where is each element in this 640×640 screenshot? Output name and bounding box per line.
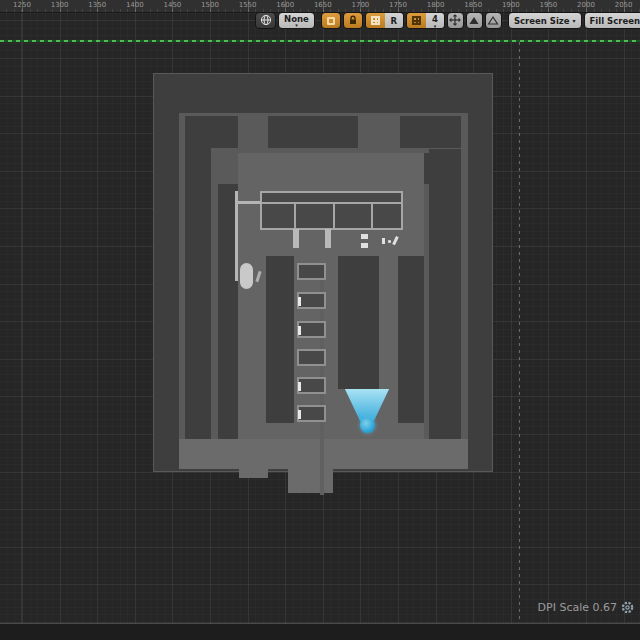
map-pole-connector — [238, 201, 261, 204]
ruler-label: 1500 — [201, 1, 219, 9]
grid-icon — [412, 16, 421, 25]
map-item-mark — [361, 243, 368, 248]
mountain-outline-icon — [487, 11, 499, 30]
ruler-label: 1300 — [51, 1, 69, 9]
square-outline-icon — [327, 17, 335, 25]
ruler-label: 1700 — [351, 1, 369, 9]
map-shelf-column-c — [398, 256, 424, 423]
map-shelf-column-b — [338, 256, 379, 389]
map-left-wall-corner — [211, 153, 238, 184]
grid-snap-label: R — [391, 16, 398, 26]
map-counter-leg — [293, 229, 299, 248]
map-item-mark — [388, 240, 391, 243]
grid-icon — [371, 16, 380, 25]
map-door-tab-small — [239, 469, 268, 478]
map-shelf-box — [297, 263, 326, 280]
map-right-wall — [461, 113, 468, 469]
ruler-label: 2000 — [577, 1, 595, 9]
map-right-corridor — [429, 149, 461, 439]
ruler-label: 1600 — [276, 1, 294, 9]
bottom-bar — [0, 623, 640, 640]
map-freezer-unit — [240, 263, 253, 289]
map-shelf-box — [297, 321, 326, 338]
lock-toggle-button[interactable] — [343, 12, 363, 29]
gear-icon[interactable] — [621, 601, 634, 614]
outline-toggle-button[interactable] — [321, 12, 341, 29]
ruler-label: 2050 — [615, 1, 633, 9]
grid-snap-mode[interactable]: R — [385, 13, 403, 28]
map-room-2 — [268, 116, 358, 148]
fill-screen-label: Fill Screen — [590, 16, 640, 26]
map-left-inner-wall — [211, 184, 218, 439]
grid-snap-button[interactable] — [366, 13, 385, 28]
dpi-scale-status: DPI Scale 0.67 — [538, 601, 634, 614]
screen-size-dropdown[interactable]: Screen Size ▾ — [508, 12, 582, 29]
map-shelf-box — [297, 292, 326, 309]
map-shelf-column-a — [266, 256, 294, 423]
ruler-label: 1950 — [539, 1, 557, 9]
mountain-filled-icon — [468, 11, 480, 30]
chevron-down-icon: ▾ — [295, 23, 298, 27]
fill-screen-button[interactable]: Fill Screen — [584, 12, 640, 29]
vertical-guide-line — [519, 42, 520, 622]
map-counter-top — [262, 193, 401, 204]
ruler-label: 1850 — [464, 1, 482, 9]
grid-snap-group[interactable]: R — [365, 12, 404, 29]
lock-icon — [347, 11, 359, 30]
chevron-down-icon: ▾ — [434, 24, 437, 28]
designer-toolbar: None ▾ R 4 ▾ — [255, 12, 640, 31]
map-item-mark — [361, 234, 368, 239]
ruler-label: 1900 — [502, 1, 520, 9]
map-counter-leg — [325, 229, 331, 248]
map-room-3 — [400, 116, 464, 148]
ruler-label: 1750 — [389, 1, 407, 9]
ruler-label: 1650 — [314, 1, 332, 9]
preview-dropdown[interactable]: None ▾ — [278, 12, 315, 29]
map-left-corridor — [185, 148, 211, 439]
map-shelf-box — [297, 405, 326, 422]
anchor-button[interactable] — [447, 12, 464, 29]
player-position-dot — [360, 418, 375, 433]
ruler-label: 1400 — [126, 1, 144, 9]
preview-background-alt-button[interactable] — [485, 12, 502, 29]
map-counter-cells — [262, 204, 401, 228]
ruler-label: 1550 — [239, 1, 257, 9]
chevron-down-icon: ▾ — [573, 17, 576, 24]
ruler-label: 1250 — [13, 1, 31, 9]
map-pole — [235, 191, 238, 281]
ruler-label: 1450 — [163, 1, 181, 9]
map-shelf-box — [297, 377, 326, 394]
minimap-widget[interactable] — [153, 73, 493, 472]
localization-preview-button[interactable] — [255, 12, 276, 29]
pixel-snap-label: 4 — [432, 14, 438, 24]
globe-icon — [260, 11, 272, 30]
screen-size-label: Screen Size — [514, 16, 570, 26]
pixel-snap-group[interactable]: 4 ▾ — [406, 12, 445, 29]
ruler-label: 1800 — [427, 1, 445, 9]
map-shelf-box — [297, 349, 326, 366]
map-counter — [260, 191, 403, 230]
preview-background-button[interactable] — [466, 12, 483, 29]
map-item-mark — [382, 238, 385, 244]
pixel-snap-button[interactable] — [407, 13, 426, 28]
move-crosshair-icon — [449, 11, 461, 30]
pixel-snap-size[interactable]: 4 ▾ — [426, 13, 444, 28]
dpi-scale-label: DPI Scale 0.67 — [538, 601, 617, 614]
ruler-label: 1350 — [88, 1, 106, 9]
map-room-1 — [184, 116, 238, 148]
widget-bounds-guide — [0, 40, 640, 42]
map-door-tab-large — [288, 469, 333, 493]
